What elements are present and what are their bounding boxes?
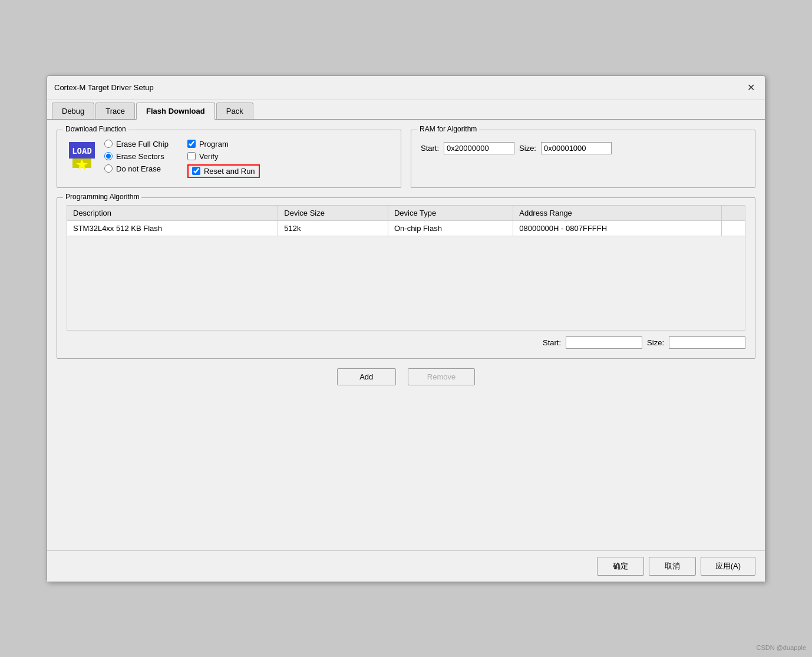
verify-label: Verify [199, 152, 219, 161]
erase-full-chip-option[interactable]: Erase Full Chip [104, 140, 169, 148]
cancel-button[interactable]: 取消 [649, 557, 696, 576]
algo-start-label: Start: [543, 338, 561, 347]
remove-button[interactable]: Remove [408, 368, 475, 385]
table-header-row: Description Device Size Device Type Addr… [67, 205, 745, 220]
erase-full-chip-radio[interactable] [104, 140, 113, 148]
verify-checkbox[interactable] [187, 152, 196, 160]
table-row[interactable]: STM32L4xx 512 KB Flash 512k On-chip Flas… [67, 220, 745, 236]
algo-size-label: Size: [647, 338, 664, 347]
flash-options: Program Verify Reset and Run [187, 140, 260, 178]
cell-description: STM32L4xx 512 KB Flash [67, 220, 278, 236]
download-function-label: Download Function [63, 125, 128, 133]
ram-size-label: Size: [519, 144, 536, 153]
reset-run-label: Reset and Run [204, 167, 255, 176]
ram-algorithm-group: RAM for Algorithm Start: Size: [411, 130, 755, 188]
algo-start-input[interactable] [566, 336, 642, 349]
program-option[interactable]: Program [187, 140, 260, 148]
do-not-erase-radio[interactable] [104, 164, 113, 173]
cell-device-size: 512k [278, 220, 388, 236]
col-device-type: Device Type [388, 205, 513, 220]
tab-bar: Debug Trace Flash Download Pack [47, 100, 765, 120]
ram-algorithm-label: RAM for Algorithm [417, 125, 479, 133]
watermark: CSDN @duapple [756, 644, 806, 651]
cell-address-range: 08000000H - 0807FFFFH [513, 220, 722, 236]
download-function-group: Download Function LOAD [57, 130, 401, 188]
footer: 确定 取消 应用(A) [47, 550, 765, 582]
add-button[interactable]: Add [337, 368, 396, 385]
ram-start-input[interactable] [444, 142, 514, 154]
erase-full-chip-label: Erase Full Chip [116, 140, 169, 148]
erase-sectors-radio[interactable] [104, 152, 113, 160]
programming-algorithm-label: Programming Algorithm [63, 193, 141, 201]
close-button[interactable]: ✕ [744, 81, 758, 95]
erase-options: Erase Full Chip Erase Sectors Do not Era… [104, 140, 169, 173]
reset-run-checkbox[interactable] [192, 167, 200, 175]
verify-option[interactable]: Verify [187, 152, 260, 161]
ram-start-row: Start: Size: [421, 142, 745, 154]
tab-flash-download[interactable]: Flash Download [136, 103, 215, 120]
svg-text:LOAD: LOAD [72, 146, 92, 156]
reset-run-option[interactable]: Reset and Run [192, 167, 255, 176]
erase-sectors-option[interactable]: Erase Sectors [104, 152, 169, 161]
programming-algorithm-group: Programming Algorithm Description Device… [57, 197, 755, 359]
cell-device-type: On-chip Flash [388, 220, 513, 236]
tab-pack[interactable]: Pack [216, 103, 253, 119]
col-device-size: Device Size [278, 205, 388, 220]
do-not-erase-option[interactable]: Do not Erase [104, 164, 169, 173]
col-extra [722, 205, 745, 220]
algo-size-input[interactable] [669, 336, 745, 349]
ok-button[interactable]: 确定 [597, 557, 644, 576]
do-not-erase-label: Do not Erase [116, 164, 161, 173]
apply-button[interactable]: 应用(A) [701, 557, 755, 576]
tab-trace[interactable]: Trace [95, 103, 135, 119]
action-buttons: Add Remove [57, 368, 755, 385]
ram-start-label: Start: [421, 144, 439, 153]
program-checkbox[interactable] [187, 140, 196, 148]
ram-size-input[interactable] [541, 142, 612, 154]
col-address-range: Address Range [513, 205, 722, 220]
window-title: Cortex-M Target Driver Setup [54, 83, 154, 92]
col-description: Description [67, 205, 278, 220]
cell-extra [722, 220, 745, 236]
load-icon: LOAD [67, 140, 97, 170]
algo-start-size-row: Start: Size: [67, 336, 745, 349]
program-label: Program [199, 140, 229, 148]
erase-sectors-label: Erase Sectors [116, 152, 164, 161]
tab-debug[interactable]: Debug [52, 103, 94, 119]
reset-run-highlight: Reset and Run [187, 164, 260, 178]
algorithm-table: Description Device Size Device Type Addr… [67, 205, 745, 331]
